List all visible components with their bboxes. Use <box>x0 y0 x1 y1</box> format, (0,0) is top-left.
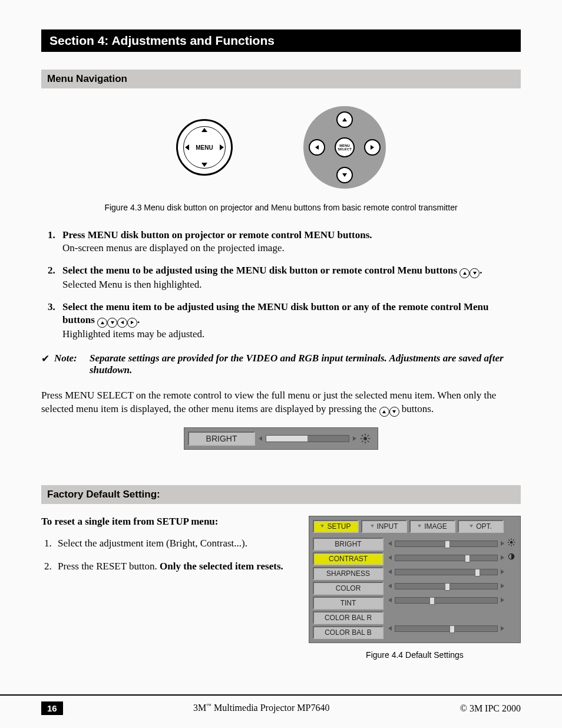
factory-default-heading: Factory Default Setting: <box>41 485 521 504</box>
osd-slider-row <box>388 538 517 550</box>
svg-line-14 <box>508 539 510 541</box>
bright-label-tab: BRIGHT <box>188 431 255 446</box>
note-row: ✔ Note: Separate settings are provided f… <box>41 353 521 376</box>
osd-item-sharpness: SHARPNESS <box>313 567 384 580</box>
page-number: 16 <box>41 701 63 715</box>
osd-item-color-bal-b: COLOR BAL B <box>313 626 384 639</box>
arrow-left-icon <box>388 598 392 602</box>
osd-tab-setup: SETUP <box>313 520 359 533</box>
up-icon <box>459 268 470 278</box>
page-footer: 16 3M™ Multimedia Projector MP7640 © 3M … <box>0 694 562 715</box>
svg-point-9 <box>510 541 513 544</box>
left-icon <box>117 318 127 328</box>
svg-line-15 <box>513 544 514 545</box>
arrow-right-icon <box>501 626 504 631</box>
osd-item-contrast: CONTRAST <box>313 552 384 565</box>
reset-step-1: Select the adjustment item (Bright, Cont… <box>54 537 291 551</box>
arrow-left-icon <box>388 555 392 560</box>
triangle-left-icon <box>185 144 189 150</box>
arrow-right-icon <box>501 598 504 602</box>
step-3: Select the menu item to be adjusted usin… <box>58 301 521 341</box>
osd-item-color-bal-r: COLOR BAL R <box>313 611 384 624</box>
arrow-left-icon <box>388 569 392 574</box>
sun-icon <box>360 433 371 444</box>
arrow-left-icon <box>259 436 262 441</box>
reset-steps: Select the adjustment item (Bright, Cont… <box>41 537 291 574</box>
menu-disk-button: MENU <box>176 119 233 176</box>
instruction-steps: Press MENU disk button on projector or r… <box>41 229 521 341</box>
osd-tab-input: INPUT <box>361 520 407 533</box>
reset-step-2: Press the RESET button. Only the selecte… <box>54 560 291 574</box>
arrow-right-icon <box>353 436 356 441</box>
svg-line-7 <box>362 440 363 442</box>
arrow-left-icon <box>388 584 392 588</box>
osd-slider-row <box>388 566 517 578</box>
remote-menu-select-button: MENU SELECT <box>335 137 355 157</box>
check-icon: ✔ <box>41 353 54 376</box>
triangle-up-icon <box>201 128 207 132</box>
svg-point-0 <box>363 437 367 440</box>
arrow-right-icon <box>501 541 504 546</box>
note-label: Note: <box>54 353 90 376</box>
footer-copyright: © 3M IPC 2000 <box>460 703 521 714</box>
up-icon <box>379 407 389 417</box>
remote-dpad: MENU SELECT <box>303 106 386 189</box>
step-2: Select the menu to be adjusted using the… <box>58 264 521 291</box>
osd-slider-row <box>388 608 517 621</box>
remote-up-button <box>336 111 353 128</box>
svg-line-17 <box>513 539 514 541</box>
figure-4-3: MENU MENU SELECT <box>41 100 521 193</box>
section-title: Section 4: Adjustments and Functions <box>41 29 521 52</box>
arrow-left-icon <box>388 626 392 631</box>
arrow-left-icon <box>388 541 392 546</box>
menu-disk-label: MENU <box>196 144 213 151</box>
osd-slider-row <box>388 552 517 564</box>
step-1: Press MENU disk button on projector or r… <box>58 229 521 255</box>
osd-tab-opt: OPT. <box>458 520 504 533</box>
osd-item-bright: BRIGHT <box>313 538 384 551</box>
triangle-down-icon <box>201 163 207 167</box>
svg-line-5 <box>362 435 363 436</box>
down-icon <box>107 318 117 328</box>
figure-4-4-caption: Figure 4.4 Default Settings <box>309 650 521 660</box>
figure-4-3-caption: Figure 4.3 Menu disk button on projector… <box>41 203 521 212</box>
up-icon <box>97 318 107 328</box>
osd-tab-image: IMAGE <box>409 520 455 533</box>
arrow-right-icon <box>501 584 504 588</box>
single-adjustment-bar: BRIGHT <box>184 427 378 450</box>
osd-slider-row <box>388 622 517 635</box>
osd-slider-row <box>388 580 517 592</box>
triangle-right-icon <box>220 144 224 150</box>
osd-slider-row <box>388 594 517 607</box>
sun-icon <box>507 538 517 549</box>
remote-left-button <box>309 139 325 156</box>
right-icon <box>127 318 137 328</box>
osd-menu: SETUPINPUTIMAGEOPT. BRIGHTCONTRASTSHARPN… <box>309 516 521 643</box>
svg-line-8 <box>368 435 369 436</box>
post-note-paragraph: Press MENU SELECT on the remote control … <box>41 389 521 416</box>
menu-navigation-heading: Menu Navigation <box>41 70 521 88</box>
osd-item-color: COLOR <box>313 582 384 595</box>
remote-down-button <box>336 167 353 183</box>
svg-line-16 <box>508 544 510 545</box>
note-text: Separate settings are provided for the V… <box>90 353 521 376</box>
bright-slider <box>255 433 374 444</box>
down-icon <box>389 407 399 417</box>
osd-item-tint: TINT <box>313 597 384 610</box>
footer-center: 3M™ Multimedia Projector MP7640 <box>193 703 330 713</box>
arrow-right-icon <box>501 569 504 574</box>
svg-line-6 <box>368 440 369 442</box>
contrast-icon <box>507 552 517 563</box>
down-icon <box>470 268 480 278</box>
arrow-right-icon <box>501 555 504 560</box>
remote-right-button <box>364 139 381 156</box>
reset-heading: To reset a single item from SETUP menu: <box>41 516 291 528</box>
